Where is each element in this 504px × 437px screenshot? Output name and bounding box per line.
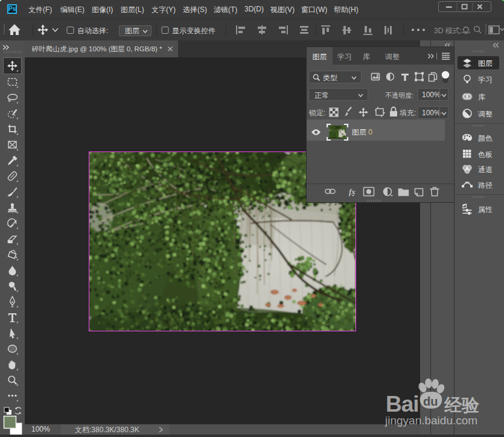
svg-text:jingyan.baidu.com: jingyan.baidu.com: [384, 414, 477, 427]
svg-text:Bai: Bai: [386, 392, 419, 416]
svg-text:du: du: [423, 395, 438, 408]
svg-text:fx: fx: [349, 187, 356, 196]
svg-text:经验: 经验: [444, 395, 480, 415]
